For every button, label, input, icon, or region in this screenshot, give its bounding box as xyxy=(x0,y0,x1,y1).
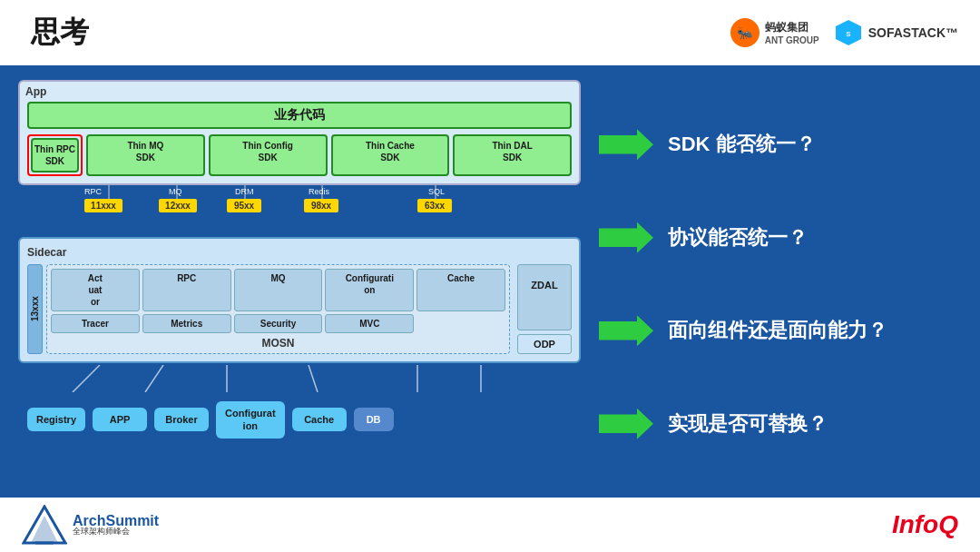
question-text-3: 面向组件还是面向能力？ xyxy=(668,317,887,344)
sofastack-icon: S xyxy=(834,18,863,47)
mosn-grid: Actuator RPC MQ Configuration Cache Trac… xyxy=(51,269,505,333)
connecting-lines-svg xyxy=(27,365,535,392)
sdk-row: Thin RPCSDK Thin MQSDK Thin ConfigSDK Th… xyxy=(27,134,572,176)
mosn-cell-mvc: MVC xyxy=(325,314,414,333)
sidecar-inner: 13xxx Actuator RPC MQ Configuration Cach… xyxy=(27,264,572,354)
question-text-2: 协议能否统一？ xyxy=(668,224,808,251)
svg-text:98xx: 98xx xyxy=(311,201,332,211)
svg-text:12xxx: 12xxx xyxy=(165,201,191,211)
question-row-1: SDK 能否统一？ xyxy=(599,129,962,160)
svg-text:11xxx: 11xxx xyxy=(91,201,116,211)
mosn-cell-security: Security xyxy=(234,314,323,333)
mosn-cell-cache: Cache xyxy=(416,269,505,311)
mosn-cell-mq: MQ xyxy=(234,269,323,311)
arch-summit-logo: ArchSummit 全球架构师峰会 xyxy=(22,505,159,545)
arch-summit-icon xyxy=(22,505,67,545)
sidecar-right: ZDAL ODP xyxy=(517,264,572,354)
bottom-node-cache: Cache xyxy=(292,408,347,431)
ant-icon: 🐜 xyxy=(730,18,760,47)
svg-marker-29 xyxy=(31,516,58,543)
svg-text:DRM: DRM xyxy=(235,187,254,196)
mosn-cell-tracer: Tracer xyxy=(51,314,140,333)
bottom-bar: ArchSummit 全球架构师峰会 InfoQ xyxy=(0,498,980,552)
bottom-node-configuration: Configuration xyxy=(216,401,285,439)
question-row-2: 协议能否统一？ xyxy=(599,222,962,253)
mosn-cell-actuator: Actuator xyxy=(51,269,140,311)
mosn-cell-configuration: Configuration xyxy=(325,269,414,311)
antgroup-logo: 🐜 蚂蚁集团 ANT GROUP xyxy=(730,18,819,47)
arrow-icon-4 xyxy=(599,409,653,439)
svg-text:Redis: Redis xyxy=(309,187,330,196)
app-label: App xyxy=(25,85,46,98)
bottom-node-db: DB xyxy=(354,408,394,431)
sidecar-left: 13xxx Actuator RPC MQ Configuration Cach… xyxy=(27,264,510,354)
sidecar-label: Sidecar xyxy=(27,246,572,259)
zdal-box: ZDAL xyxy=(517,264,572,330)
app-container: App 业务代码 Thin RPCSDK Thin MQSDK Thin Con… xyxy=(18,80,581,185)
odp-box: ODP xyxy=(517,334,572,354)
sofastack-logo: S SOFASTACK™ xyxy=(834,18,958,47)
question-row-4: 实现是否可替换？ xyxy=(599,409,962,439)
mosn-cell-metrics: Metrics xyxy=(142,314,231,333)
business-code-bar: 业务代码 xyxy=(27,102,572,129)
svg-text:63xx: 63xx xyxy=(425,201,446,211)
mosn-inner: Actuator RPC MQ Configuration Cache Trac… xyxy=(46,264,510,354)
bottom-node-app: APP xyxy=(93,408,147,431)
sdk-box-config: Thin ConfigSDK xyxy=(209,134,328,176)
infoq-logo: InfoQ xyxy=(892,510,958,539)
bottom-node-registry: Registry xyxy=(27,408,85,431)
svg-text:95xx: 95xx xyxy=(234,201,255,211)
sdk-box-dal: Thin DALSDK xyxy=(453,134,572,176)
mosn-cell-rpc: RPC xyxy=(142,269,231,311)
sidecar-container: Sidecar 13xxx Actuator RPC MQ Configurat… xyxy=(18,237,581,363)
svg-line-23 xyxy=(145,365,163,392)
arch-summit-text: ArchSummit 全球架构师峰会 xyxy=(73,513,159,537)
thirteen-xxx-label: 13xxx xyxy=(27,264,43,354)
ports-area: RPC 11xxx MQ 12xxx DRM 95xx Redis 98xx xyxy=(18,185,581,235)
diagram: App 业务代码 Thin RPCSDK Thin MQSDK Thin Con… xyxy=(18,80,581,488)
sofastack-label: SOFASTACK™ xyxy=(868,25,958,40)
bottom-node-broker: Broker xyxy=(154,408,209,431)
bottom-nodes: Registry APP Broker Configuration Cache … xyxy=(18,401,581,439)
question-text-4: 实现是否可替换？ xyxy=(668,410,828,438)
antgroup-label: 蚂蚁集团 ANT GROUP xyxy=(765,20,819,45)
logos: 🐜 蚂蚁集团 ANT GROUP S SOFASTACK™ xyxy=(730,18,958,47)
page-title: 思考 xyxy=(31,13,89,53)
arrow-icon-3 xyxy=(599,315,653,346)
sdk-box-rpc: Thin RPCSDK xyxy=(31,138,79,172)
port-lines-svg: RPC 11xxx MQ 12xxx DRM 95xx Redis 98xx xyxy=(18,185,581,235)
top-bar: 思考 🐜 蚂蚁集团 ANT GROUP S SOFASTACK™ xyxy=(0,0,980,65)
svg-text:MQ: MQ xyxy=(169,187,182,196)
arrow-icon-1 xyxy=(599,129,653,160)
svg-line-25 xyxy=(309,365,318,392)
question-text-1: SDK 能否统一？ xyxy=(668,131,816,158)
svg-text:RPC: RPC xyxy=(84,187,103,196)
question-row-3: 面向组件还是面向能力？ xyxy=(599,315,962,346)
svg-line-22 xyxy=(73,365,100,392)
main-content: App 业务代码 Thin RPCSDK Thin MQSDK Thin Con… xyxy=(0,65,980,498)
questions-panel: SDK 能否统一？ 协议能否统一？ 面向组件还是面向能力？ 实现是否可替换？ xyxy=(599,80,962,488)
sdk-box-cache: Thin CacheSDK xyxy=(331,134,450,176)
svg-text:S: S xyxy=(846,30,851,38)
svg-text:SQL: SQL xyxy=(428,187,445,196)
sdk-box-mq: Thin MQSDK xyxy=(86,134,205,176)
mosn-label: MOSN xyxy=(51,337,505,350)
arrow-icon-2 xyxy=(599,222,653,253)
